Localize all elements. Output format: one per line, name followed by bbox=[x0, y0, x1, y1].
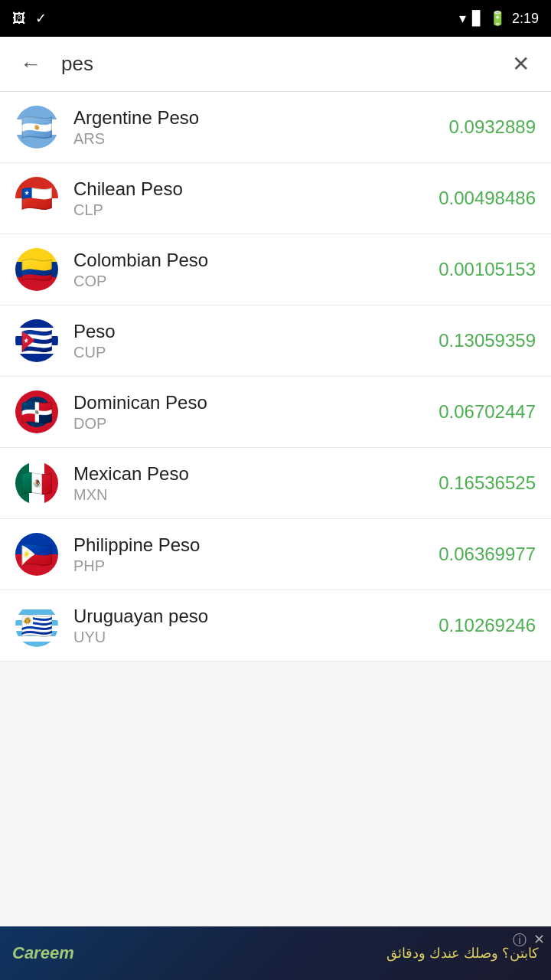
currency-info: Mexican Peso MXN bbox=[73, 463, 439, 504]
currency-item[interactable]: 🇨🇺 Peso CUP 0.13059359 bbox=[0, 305, 551, 377]
ad-text: كابتن؟ وصلك عندك ودقائق bbox=[83, 945, 539, 962]
currency-name: Argentine Peso bbox=[73, 107, 449, 129]
currency-rate: 0.10269246 bbox=[439, 615, 536, 636]
currency-info: Peso CUP bbox=[73, 321, 439, 361]
signal-icon: ▊ bbox=[472, 10, 483, 27]
currency-code: ARS bbox=[73, 130, 449, 148]
currency-rate: 0.00105153 bbox=[439, 259, 536, 280]
currency-code: CUP bbox=[73, 344, 439, 361]
search-bar: ← ✕ bbox=[0, 37, 551, 92]
currency-info: Chilean Peso CLP bbox=[73, 178, 439, 219]
currency-name: Uruguayan peso bbox=[73, 606, 439, 627]
flag-icon: 🇺🇾 bbox=[15, 604, 58, 647]
status-bar: 🖼 ✓ ▾ ▊ 🔋 2:19 bbox=[0, 0, 551, 37]
flag-icon: 🇦🇷 bbox=[15, 106, 58, 149]
currency-list: 🇦🇷 Argentine Peso ARS 0.0932889 🇨🇱 Chile… bbox=[0, 92, 551, 662]
currency-name: Peso bbox=[73, 321, 439, 342]
wifi-icon: ▾ bbox=[459, 10, 466, 27]
currency-code: COP bbox=[73, 273, 439, 290]
currency-rate: 0.00498486 bbox=[439, 188, 536, 209]
currency-item[interactable]: 🇲🇽 Mexican Peso MXN 0.16536525 bbox=[0, 448, 551, 519]
back-button[interactable]: ← bbox=[12, 46, 49, 83]
currency-code: CLP bbox=[73, 201, 439, 219]
search-input[interactable] bbox=[49, 52, 502, 76]
clock: 2:19 bbox=[512, 11, 539, 27]
gallery-icon: 🖼 bbox=[12, 11, 26, 27]
close-icon: ✕ bbox=[512, 51, 530, 77]
ad-banner: Careem كابتن؟ وصلك عندك ودقائق ⓘ ✕ bbox=[0, 926, 551, 980]
ad-close-button[interactable]: ✕ bbox=[533, 931, 545, 948]
currency-item[interactable]: 🇦🇷 Argentine Peso ARS 0.0932889 bbox=[0, 92, 551, 163]
currency-item[interactable]: 🇨🇱 Chilean Peso CLP 0.00498486 bbox=[0, 163, 551, 234]
flag-icon: 🇨🇱 bbox=[15, 177, 58, 220]
status-bar-right: ▾ ▊ 🔋 2:19 bbox=[459, 10, 539, 27]
flag-icon: 🇨🇺 bbox=[15, 319, 58, 362]
currency-name: Dominican Peso bbox=[73, 392, 439, 413]
currency-info: Uruguayan peso UYU bbox=[73, 606, 439, 646]
currency-info: Colombian Peso COP bbox=[73, 250, 439, 290]
currency-item[interactable]: 🇺🇾 Uruguayan peso UYU 0.10269246 bbox=[0, 590, 551, 662]
currency-rate: 0.0932889 bbox=[449, 116, 536, 138]
currency-rate: 0.06369977 bbox=[439, 544, 536, 565]
currency-rate: 0.16536525 bbox=[439, 472, 536, 494]
currency-code: UYU bbox=[73, 629, 439, 646]
status-bar-left: 🖼 ✓ bbox=[12, 10, 47, 27]
flag-icon: 🇨🇴 bbox=[15, 248, 58, 291]
currency-name: Philippine Peso bbox=[73, 534, 439, 556]
currency-info: Dominican Peso DOP bbox=[73, 392, 439, 433]
currency-code: PHP bbox=[73, 557, 439, 575]
currency-item[interactable]: 🇩🇴 Dominican Peso DOP 0.06702447 bbox=[0, 377, 551, 448]
clear-button[interactable]: ✕ bbox=[502, 46, 539, 83]
currency-name: Mexican Peso bbox=[73, 463, 439, 485]
currency-item[interactable]: 🇨🇴 Colombian Peso COP 0.00105153 bbox=[0, 234, 551, 305]
flag-icon: 🇲🇽 bbox=[15, 462, 58, 505]
back-icon: ← bbox=[20, 52, 41, 77]
app-icon: ✓ bbox=[35, 10, 47, 27]
currency-rate: 0.06702447 bbox=[439, 401, 536, 423]
currency-info: Philippine Peso PHP bbox=[73, 534, 439, 575]
currency-item[interactable]: 🇵🇭 Philippine Peso PHP 0.06369977 bbox=[0, 519, 551, 590]
ad-info-icon[interactable]: ⓘ bbox=[513, 931, 527, 949]
currency-info: Argentine Peso ARS bbox=[73, 107, 449, 148]
currency-name: Colombian Peso bbox=[73, 250, 439, 271]
flag-icon: 🇩🇴 bbox=[15, 390, 58, 433]
currency-name: Chilean Peso bbox=[73, 178, 439, 200]
ad-content: Careem كابتن؟ وصلك عندك ودقائق bbox=[0, 926, 551, 980]
currency-rate: 0.13059359 bbox=[439, 330, 536, 351]
ad-logo: Careem bbox=[12, 943, 74, 963]
battery-icon: 🔋 bbox=[489, 10, 506, 27]
currency-code: MXN bbox=[73, 486, 439, 504]
currency-code: DOP bbox=[73, 415, 439, 433]
flag-icon: 🇵🇭 bbox=[15, 533, 58, 576]
